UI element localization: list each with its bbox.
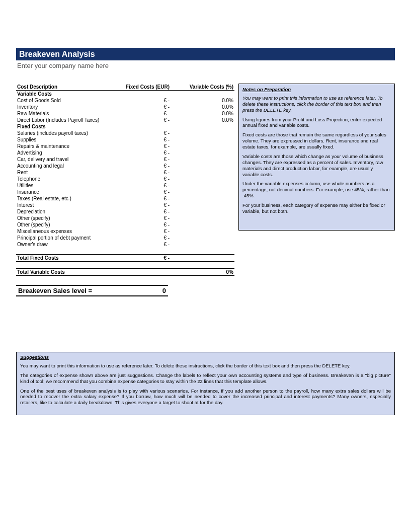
fixed-cost-cell[interactable]: € - xyxy=(119,176,171,182)
col-var: Variable Costs (%) xyxy=(171,84,234,91)
cost-desc[interactable]: Repairs & maintenance xyxy=(16,143,119,149)
fixed-cost-cell[interactable]: € - xyxy=(119,221,171,228)
cost-desc[interactable]: Miscellaneous expenses xyxy=(16,228,119,235)
fixed-cost-cell[interactable]: € - xyxy=(119,169,171,176)
fixed-cost-cell[interactable]: € - xyxy=(119,117,171,123)
table-row[interactable]: Other (specify)€ - xyxy=(16,215,234,221)
notes-p5: Under the variable expenses column, use … xyxy=(242,181,391,199)
fixed-cost-cell[interactable]: € - xyxy=(119,104,171,110)
fixed-cost-cell[interactable]: € - xyxy=(119,208,171,215)
table-row[interactable]: Insurance€ - xyxy=(16,189,234,195)
fixed-cost-cell[interactable]: € - xyxy=(119,235,171,241)
variable-cost-cell[interactable] xyxy=(171,149,234,156)
cost-desc[interactable]: Car, delivery and travel xyxy=(16,156,119,163)
fixed-cost-cell[interactable]: € - xyxy=(119,228,171,235)
variable-cost-cell[interactable]: 0.0% xyxy=(171,104,234,110)
suggestions-p2: The categories of expense shown above ar… xyxy=(20,372,391,385)
table-row[interactable]: Salaries (includes payroll taxes)€ - xyxy=(16,130,234,136)
table-row[interactable]: Utilities€ - xyxy=(16,182,234,189)
table-row[interactable]: Direct Labor (Includes Payroll Taxes)€ -… xyxy=(16,117,234,123)
fixed-cost-cell[interactable]: € - xyxy=(119,163,171,169)
notes-p3: Fixed costs are those that remain the sa… xyxy=(242,132,391,150)
cost-desc[interactable]: Direct Labor (Includes Payroll Taxes) xyxy=(16,117,119,123)
table-row[interactable]: Principal portion of debt payment€ - xyxy=(16,235,234,241)
variable-cost-cell[interactable] xyxy=(171,235,234,241)
cost-desc[interactable]: Other (specify) xyxy=(16,221,119,228)
fixed-cost-cell[interactable]: € - xyxy=(119,195,171,202)
table-row[interactable]: Depreciation€ - xyxy=(16,208,234,215)
fixed-cost-cell[interactable]: € - xyxy=(119,97,171,104)
cost-desc[interactable]: Utilities xyxy=(16,182,119,189)
table-row[interactable]: Inventory€ -0.0% xyxy=(16,104,234,110)
table-row[interactable]: Interest€ - xyxy=(16,202,234,208)
page-title: Breakeven Analysis xyxy=(16,48,395,60)
cost-desc[interactable]: Rent xyxy=(16,169,119,176)
variable-cost-cell[interactable] xyxy=(171,169,234,176)
cost-desc[interactable]: Salaries (includes payroll taxes) xyxy=(16,130,119,136)
variable-cost-cell[interactable]: 0.0% xyxy=(171,97,234,104)
company-name-field[interactable]: Enter your company name here xyxy=(16,60,395,69)
costs-table: Cost Description Fixed Costs (EUR) Varia… xyxy=(16,84,234,276)
cost-desc[interactable]: Taxes (Real estate, etc.) xyxy=(16,195,119,202)
variable-cost-cell[interactable]: 0.0% xyxy=(171,117,234,123)
cost-desc[interactable]: Raw Materials xyxy=(16,110,119,117)
fixed-cost-cell[interactable]: € - xyxy=(119,130,171,136)
fixed-cost-cell[interactable]: € - xyxy=(119,189,171,195)
variable-cost-cell[interactable] xyxy=(171,228,234,235)
notes-box[interactable]: Notes on Preparation You may want to pri… xyxy=(238,84,395,231)
fixed-cost-cell[interactable]: € - xyxy=(119,241,171,248)
cost-desc[interactable]: Inventory xyxy=(16,104,119,110)
table-row[interactable]: Rent€ - xyxy=(16,169,234,176)
table-row[interactable]: Other (specify)€ - xyxy=(16,221,234,228)
variable-cost-cell[interactable] xyxy=(171,215,234,221)
variable-cost-cell[interactable] xyxy=(171,163,234,169)
variable-cost-cell[interactable]: 0.0% xyxy=(171,110,234,117)
section-header: Fixed Costs xyxy=(16,123,234,130)
variable-cost-cell[interactable] xyxy=(171,241,234,248)
cost-desc[interactable]: Telephone xyxy=(16,176,119,182)
breakeven-row: Breakeven Sales level = 0 xyxy=(16,285,168,296)
variable-cost-cell[interactable] xyxy=(171,130,234,136)
variable-cost-cell[interactable] xyxy=(171,208,234,215)
table-row[interactable]: Cost of Goods Sold€ -0.0% xyxy=(16,97,234,104)
cost-desc[interactable]: Supplies xyxy=(16,136,119,143)
fixed-cost-cell[interactable]: € - xyxy=(119,143,171,149)
variable-cost-cell[interactable] xyxy=(171,176,234,182)
table-row[interactable]: Repairs & maintenance€ - xyxy=(16,143,234,149)
variable-cost-cell[interactable] xyxy=(171,182,234,189)
table-row[interactable]: Supplies€ - xyxy=(16,136,234,143)
cost-desc[interactable]: Other (specify) xyxy=(16,215,119,221)
cost-desc[interactable]: Accounting and legal xyxy=(16,163,119,169)
variable-cost-cell[interactable] xyxy=(171,195,234,202)
variable-cost-cell[interactable] xyxy=(171,221,234,228)
table-row[interactable]: Advertising€ - xyxy=(16,149,234,156)
fixed-cost-cell[interactable]: € - xyxy=(119,156,171,163)
cost-desc[interactable]: Advertising xyxy=(16,149,119,156)
fixed-cost-cell[interactable]: € - xyxy=(119,110,171,117)
table-row[interactable]: Taxes (Real estate, etc.)€ - xyxy=(16,195,234,202)
cost-desc[interactable]: Principal portion of debt payment xyxy=(16,235,119,241)
fixed-cost-cell[interactable]: € - xyxy=(119,149,171,156)
variable-cost-cell[interactable] xyxy=(171,143,234,149)
cost-desc[interactable]: Interest xyxy=(16,202,119,208)
table-row[interactable]: Miscellaneous expenses€ - xyxy=(16,228,234,235)
fixed-cost-cell[interactable]: € - xyxy=(119,136,171,143)
cost-desc[interactable]: Depreciation xyxy=(16,208,119,215)
table-row[interactable]: Telephone€ - xyxy=(16,176,234,182)
fixed-cost-cell[interactable]: € - xyxy=(119,182,171,189)
total-label: Total Variable Costs xyxy=(16,269,119,276)
table-row[interactable]: Raw Materials€ -0.0% xyxy=(16,110,234,117)
table-row[interactable]: Owner's draw€ - xyxy=(16,241,234,248)
variable-cost-cell[interactable] xyxy=(171,189,234,195)
cost-desc[interactable]: Cost of Goods Sold xyxy=(16,97,119,104)
table-row[interactable]: Car, delivery and travel€ - xyxy=(16,156,234,163)
fixed-cost-cell[interactable]: € - xyxy=(119,202,171,208)
table-row[interactable]: Accounting and legal€ - xyxy=(16,163,234,169)
suggestions-box[interactable]: Suggestions You may want to print this i… xyxy=(16,352,395,415)
variable-cost-cell[interactable] xyxy=(171,202,234,208)
variable-cost-cell[interactable] xyxy=(171,156,234,163)
cost-desc[interactable]: Insurance xyxy=(16,189,119,195)
fixed-cost-cell[interactable]: € - xyxy=(119,215,171,221)
cost-desc[interactable]: Owner's draw xyxy=(16,241,119,248)
variable-cost-cell[interactable] xyxy=(171,136,234,143)
